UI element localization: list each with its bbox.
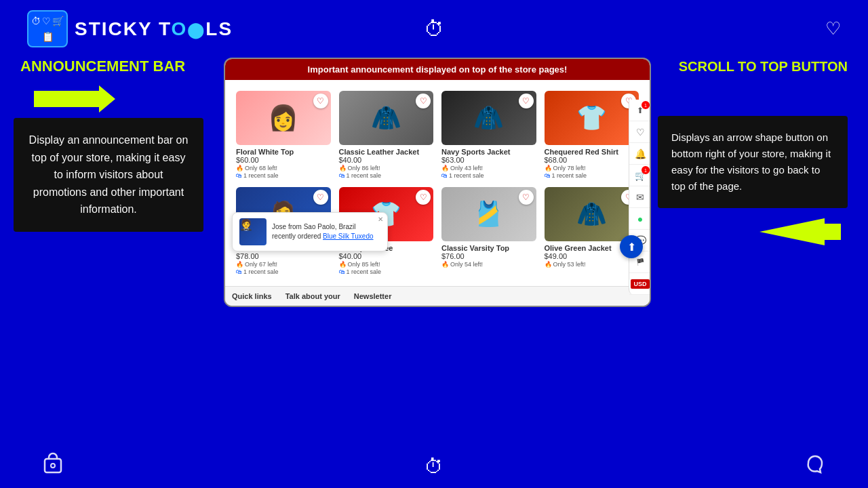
announcement-arrow bbox=[34, 85, 115, 113]
product-price-2: $40.00 bbox=[339, 156, 434, 164]
product-name-2: Classic Leather Jacket bbox=[339, 148, 434, 156]
product-name-1: Floral White Top bbox=[236, 148, 331, 156]
header-center-icon: ⏱ bbox=[424, 18, 444, 41]
product-img-8: 🧥 ♡ bbox=[545, 187, 639, 241]
product-price-4: $68.00 bbox=[545, 156, 639, 164]
bag-icon-4: 🛍 bbox=[545, 172, 551, 179]
svg-rect-0 bbox=[45, 459, 61, 472]
product-card-1: 👩 ♡ Floral White Top $60.00 🔥 Only 68 le… bbox=[232, 87, 335, 183]
product-sale-1: 🛍 1 recent sale bbox=[236, 172, 331, 179]
store-window: Important announcement displayed on top … bbox=[224, 58, 651, 307]
bottom-right-icon bbox=[803, 452, 827, 481]
product-figure-8: 🧥 bbox=[576, 202, 607, 226]
announcement-description: Display an announcement bar on top of yo… bbox=[14, 118, 203, 232]
product-card-7: 🎽 ♡ Classic Varsity Top $76.00 🔥 Only 54… bbox=[437, 183, 540, 279]
wishlist-btn-2[interactable]: ♡ bbox=[416, 94, 431, 108]
sticky-icon-1[interactable]: ⬆ 1 bbox=[629, 100, 651, 121]
footer-link-3[interactable]: Newsletter bbox=[354, 292, 392, 300]
product-figure-2: 🧥 bbox=[371, 106, 401, 130]
usd-label: USD bbox=[631, 279, 649, 289]
product-name-7: Classic Varsity Top bbox=[441, 244, 536, 252]
arrow-container bbox=[14, 85, 217, 113]
product-price-5: $78.00 bbox=[236, 252, 331, 260]
wishlist-btn-1[interactable]: ♡ bbox=[313, 94, 328, 108]
logo-box: ⏱ ♡ 🛒 📋 bbox=[27, 10, 68, 47]
right-arrow-area bbox=[658, 218, 841, 245]
right-panel: SCROLL TO TOP BUTTON Displays an arrow s… bbox=[658, 58, 854, 307]
product-sale-2: 🛍 1 recent sale bbox=[339, 172, 434, 179]
fire-icon-3: 🔥 bbox=[441, 165, 449, 171]
sticky-sidebar: ⬆ 1 ♡ 🔔 🛒 1 ✉ ● 💬 🏴 USD bbox=[629, 100, 651, 295]
sticky-icon-5[interactable]: ✉ bbox=[629, 186, 651, 208]
sticky-icon-4[interactable]: 🛒 1 bbox=[629, 165, 651, 186]
sticky-icon-usd[interactable]: USD bbox=[629, 273, 651, 295]
scroll-badge: 1 bbox=[642, 101, 650, 109]
product-img-7: 🎽 ♡ bbox=[441, 187, 536, 241]
left-panel: ANNOUNCEMENT BAR Display an announcement… bbox=[14, 58, 217, 307]
product-card-2: 🧥 ♡ Classic Leather Jacket $40.00 🔥 Only… bbox=[335, 87, 438, 183]
footer-link-2[interactable]: Talk about your bbox=[285, 292, 340, 300]
announcement-title: ANNOUNCEMENT BAR bbox=[20, 58, 217, 75]
product-stock-7: 🔥 Only 54 left! bbox=[441, 261, 536, 268]
footer-link-1[interactable]: Quick links bbox=[232, 292, 272, 300]
header-right-icon: ♡ bbox=[825, 18, 841, 39]
product-img-3: 🧥 ♡ bbox=[441, 91, 536, 145]
product-stock-1: 🔥 Only 68 left! bbox=[236, 165, 331, 171]
product-stock-6: 🔥 Only 85 left! bbox=[339, 261, 434, 268]
svg-point-1 bbox=[51, 464, 55, 468]
wishlist-btn-6[interactable]: ♡ bbox=[416, 190, 431, 205]
product-card-3: 🧥 ♡ Navy Sports Jacket $63.00 🔥 Only 43 … bbox=[437, 87, 540, 183]
product-figure-7: 🎽 bbox=[473, 202, 504, 226]
notification-close-btn[interactable]: ✕ bbox=[378, 216, 383, 223]
wishlist-btn-3[interactable]: ♡ bbox=[519, 94, 534, 108]
bag-icon-2: 🛍 bbox=[339, 172, 345, 179]
product-img-4: 👕 ♡ bbox=[545, 91, 639, 145]
scroll-to-top-button[interactable]: ⬆ bbox=[620, 235, 643, 258]
sticky-icon-whatsapp[interactable]: ● bbox=[629, 208, 651, 230]
store-footer: Quick links Talk about your Newsletter bbox=[225, 286, 650, 306]
fire-icon-5: 🔥 bbox=[236, 261, 243, 268]
bottom-center-icon: ⏱ bbox=[425, 455, 443, 478]
bag-icon-3: 🛍 bbox=[441, 172, 448, 179]
product-card-8: 🧥 ♡ Olive Green Jacket $49.00 🔥 Only 53 … bbox=[540, 183, 644, 279]
product-name-4: Chequered Red Shirt bbox=[545, 148, 639, 156]
product-stock-5: 🔥 Only 67 left! bbox=[236, 261, 331, 268]
product-sale-3: 🛍 1 recent sale bbox=[441, 172, 536, 179]
logo-area: ⏱ ♡ 🛒 📋 STICKY TO⬤LS bbox=[27, 10, 233, 47]
logo-icon-4: 📋 bbox=[42, 31, 54, 42]
product-figure-1: 👩 bbox=[268, 106, 298, 130]
product-grid: 👩 ♡ Floral White Top $60.00 🔥 Only 68 le… bbox=[225, 80, 650, 286]
product-sale-6: 🛍 1 recent sale bbox=[339, 268, 434, 275]
cart-badge: 1 bbox=[642, 166, 650, 174]
product-stock-2: 🔥 Only 86 left! bbox=[339, 165, 434, 171]
bag-icon-1: 🛍 bbox=[236, 172, 242, 179]
product-card-4: 👕 ♡ Chequered Red Shirt $68.00 🔥 Only 78… bbox=[540, 87, 644, 183]
fire-icon-2: 🔥 bbox=[339, 165, 347, 171]
wishlist-btn-5[interactable]: ♡ bbox=[313, 190, 328, 205]
product-figure-4: 👕 bbox=[576, 106, 607, 130]
product-sale-5: 🛍 1 recent sale bbox=[236, 268, 331, 275]
product-price-6: $40.00 bbox=[339, 252, 434, 260]
sticky-icon-3[interactable]: 🔔 bbox=[629, 143, 651, 165]
sticky-icon-2[interactable]: ♡ bbox=[629, 121, 651, 143]
header: ⏱ ♡ 🛒 📋 STICKY TO⬤LS ⏱ ♡ bbox=[0, 0, 868, 58]
notification-action: recently ordered bbox=[272, 232, 323, 240]
notification-text: Jose from Sao Paolo, Brazil recently ord… bbox=[272, 222, 374, 241]
logo-icon-2: ♡ bbox=[42, 16, 51, 26]
fire-icon-4: 🔥 bbox=[545, 165, 552, 171]
fire-icon-7: 🔥 bbox=[441, 261, 449, 268]
main-content: ANNOUNCEMENT BAR Display an announcement… bbox=[0, 58, 868, 307]
notification-product-img: 🤵 bbox=[239, 218, 267, 245]
product-img-1: 👩 ♡ bbox=[236, 91, 331, 145]
notification-product-link[interactable]: Blue Silk Tuxedo bbox=[323, 232, 374, 240]
product-figure-3: 🧥 bbox=[473, 106, 504, 130]
fire-icon-6: 🔥 bbox=[339, 261, 347, 268]
product-price-7: $76.00 bbox=[441, 252, 536, 260]
product-stock-4: 🔥 Only 78 left! bbox=[545, 165, 639, 171]
product-stock-3: 🔥 Only 43 left! bbox=[441, 165, 536, 171]
fire-icon-1: 🔥 bbox=[236, 165, 243, 171]
logo-icon-1: ⏱ bbox=[31, 16, 41, 26]
notification-popup: 🤵 Jose from Sao Paolo, Brazil recently o… bbox=[232, 212, 388, 251]
wishlist-btn-7[interactable]: ♡ bbox=[519, 190, 534, 205]
bottom-bar: ⏱ bbox=[0, 452, 868, 481]
